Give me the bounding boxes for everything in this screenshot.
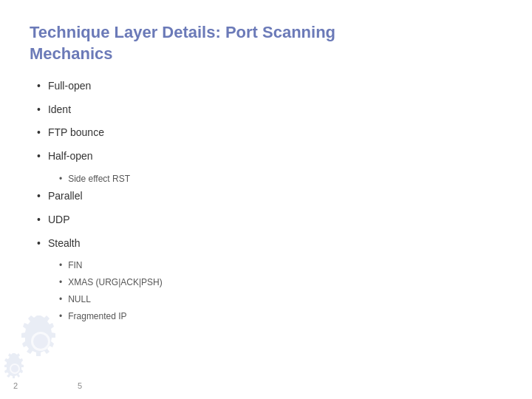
list-item-with-children: • Half-open • Side effect RST <box>37 149 502 185</box>
gear-illustration <box>0 296 96 392</box>
bullet-dot: • <box>37 236 41 251</box>
list-item: • Stealth <box>37 236 502 251</box>
list-item-with-children: • Stealth • FIN • XMAS (URG|ACK|PSH) • N… <box>37 236 502 323</box>
bullet-label: Parallel <box>48 189 83 204</box>
sub-bullet-label: FIN <box>68 259 82 272</box>
sub-bullet-label: XMAS (URG|ACK|PSH) <box>68 276 163 289</box>
bullet-label: Full-open <box>48 79 91 94</box>
bullet-dot: • <box>37 103 41 117</box>
sub-bullet-dot: • <box>59 173 62 185</box>
list-item: • Full-open <box>37 79 502 94</box>
bullet-label: UDP <box>48 213 70 228</box>
content-area: • Full-open • Ident • FTP bounce • Half-… <box>30 79 502 322</box>
sub-bullet-dot: • <box>59 276 62 289</box>
bullet-dot: • <box>37 126 41 140</box>
page-title: Technique Layer Details: Port Scanning M… <box>30 22 502 64</box>
bullet-label: FTP bounce <box>48 126 104 140</box>
bullet-dot: • <box>37 149 41 164</box>
page-container: Technique Layer Details: Port Scanning M… <box>0 0 532 399</box>
bullet-label: Stealth <box>48 236 81 251</box>
sub-bullet-label: Side effect RST <box>68 173 130 185</box>
sub-items: • FIN • XMAS (URG|ACK|PSH) • NULL • Frag… <box>37 259 502 322</box>
svg-point-3 <box>11 365 18 372</box>
list-item: • Side effect RST <box>59 173 502 185</box>
bullet-label: Half-open <box>48 149 93 164</box>
bullet-dot: • <box>37 79 41 94</box>
list-item: • XMAS (URG|ACK|PSH) <box>59 276 502 289</box>
bullet-dot: • <box>37 213 41 228</box>
bullet-dot: • <box>37 189 41 204</box>
list-item: • Parallel <box>37 189 502 204</box>
list-item: • UDP <box>37 213 502 228</box>
list-item: • FTP bounce <box>37 126 502 140</box>
list-item: • NULL <box>59 293 502 306</box>
sub-items: • Side effect RST <box>37 173 502 185</box>
page-number-left: 2 <box>13 381 18 390</box>
title-line1: Technique Layer Details: Port Scanning <box>30 23 335 41</box>
title-line2: Mechanics <box>30 44 113 63</box>
bullet-label: Ident <box>48 103 71 117</box>
list-item: • Fragmented IP <box>59 310 502 323</box>
page-number-right: 5 <box>78 381 82 390</box>
svg-point-1 <box>33 334 48 349</box>
sub-bullet-dot: • <box>59 259 62 272</box>
list-item: • FIN <box>59 259 502 272</box>
list-item: • Half-open <box>37 149 502 164</box>
list-item: • Ident <box>37 103 502 117</box>
